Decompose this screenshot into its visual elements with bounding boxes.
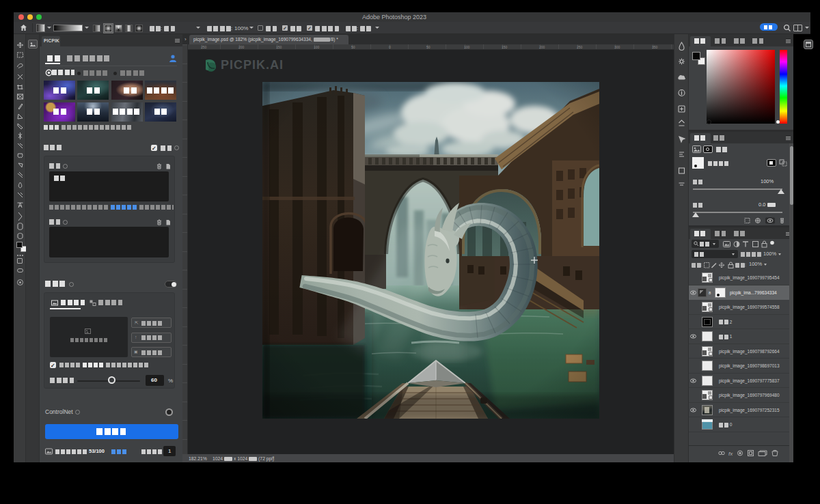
svg-text:fx: fx (728, 451, 733, 457)
